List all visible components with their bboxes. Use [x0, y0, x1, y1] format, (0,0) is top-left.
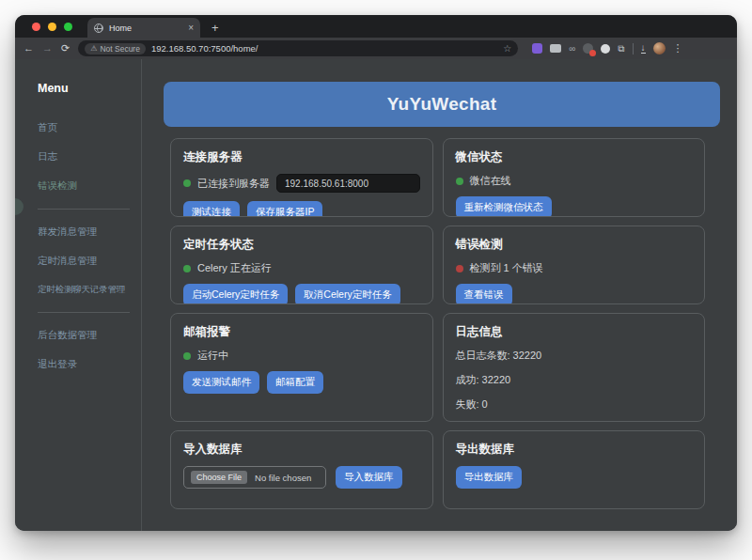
card-server-connection: 连接服务器 已连接到服务器 测试连接 保存服务器IP [170, 138, 433, 217]
toolbar-divider [633, 43, 634, 54]
extension-notification-icon[interactable] [583, 43, 593, 54]
reload-icon[interactable]: ⟳ [61, 43, 70, 54]
sidebar-item-admin[interactable]: 后台数据管理 [38, 329, 141, 342]
notification-badge [589, 50, 596, 56]
status-dot-green [183, 265, 191, 272]
status-dot-green [456, 178, 463, 185]
card-log-info: 日志信息 总日志条数: 32220 成功: 32220 失败: 0 查看日志 清… [443, 313, 706, 422]
export-database-button[interactable]: 导出数据库 [456, 466, 523, 489]
browser-toolbar: ← → ⟳ ⚠ Not Secure 192.168.50.70:7500/ho… [15, 38, 737, 59]
card-title: 日志信息 [456, 324, 693, 340]
sidebar: Menu 首页 日志 错误检测 群发消息管理 定时消息管理 定时检测聊天记录管理… [15, 59, 142, 531]
new-tab-button[interactable]: + [212, 21, 219, 35]
choose-file-button[interactable]: Choose File [191, 471, 247, 484]
cancel-celery-button[interactable]: 取消Celery定时任务 [295, 284, 400, 304]
extension-glasses-icon[interactable]: ∞ [569, 44, 575, 54]
log-total-count: 总日志条数: 32220 [456, 349, 693, 363]
profile-avatar[interactable] [653, 42, 666, 54]
file-chosen-status: No file chosen [255, 473, 311, 483]
sidebar-item-group-message[interactable]: 群发消息管理 [38, 226, 141, 239]
globe-favicon-icon [94, 23, 103, 33]
side-panel-icon[interactable]: ⧉ [618, 44, 624, 54]
status-dot-red [456, 265, 463, 272]
email-config-button[interactable]: 邮箱配置 [267, 371, 323, 394]
card-title: 连接服务器 [183, 149, 420, 165]
forward-icon[interactable]: → [42, 43, 53, 54]
sidebar-item-home[interactable]: 首页 [38, 121, 141, 134]
app-title: YuYuWechat [387, 94, 497, 115]
send-test-email-button[interactable]: 发送测试邮件 [183, 371, 259, 394]
sidebar-divider [38, 312, 130, 313]
file-input[interactable]: Choose File No file chosen [183, 466, 326, 489]
sidebar-item-logs[interactable]: 日志 [38, 150, 141, 163]
card-import-database: 导入数据库 Choose File No file chosen 导入数据库 [170, 430, 433, 509]
main-area: YuYuWechat 连接服务器 已连接到服务器 测试连接 保存服务器IP [142, 59, 737, 531]
wechat-status-text: 微信在线 [470, 174, 511, 188]
save-server-ip-button[interactable]: 保存服务器IP [247, 201, 322, 217]
card-celery-status: 定时任务状态 Celery 正在运行 启动Celery定时任务 取消Celery… [170, 226, 433, 304]
start-celery-button[interactable]: 启动Celery定时任务 [183, 284, 288, 304]
sidebar-active-glow [15, 198, 24, 215]
sidebar-divider [38, 209, 130, 210]
log-failed-count: 失败: 0 [456, 397, 693, 412]
sidebar-item-logout[interactable]: 退出登录 [38, 358, 141, 371]
sidebar-item-scheduled-message[interactable]: 定时消息管理 [38, 255, 141, 268]
card-title: 邮箱报警 [183, 324, 420, 340]
minimize-window-button[interactable] [48, 23, 56, 31]
error-status-text: 检测到 1 个错误 [470, 261, 543, 275]
import-database-button[interactable]: 导入数据库 [336, 466, 402, 489]
extension-mail-icon[interactable] [550, 44, 561, 53]
card-title: 导入数据库 [183, 442, 420, 458]
extension-icons: ∞ ⧉ ↓ ⋮ [532, 42, 682, 54]
log-success-count: 成功: 32220 [456, 373, 693, 387]
card-title: 导出数据库 [456, 442, 693, 458]
page-content: Menu 首页 日志 错误检测 群发消息管理 定时消息管理 定时检测聊天记录管理… [15, 59, 737, 531]
browser-window: Home × + ← → ⟳ ⚠ Not Secure 192.168.50.7… [15, 15, 737, 531]
bookmark-star-icon[interactable]: ☆ [503, 43, 511, 54]
sidebar-item-chat-record[interactable]: 定时检测聊天记录管理 [38, 284, 141, 296]
status-dot-green [183, 179, 191, 187]
view-errors-button[interactable]: 查看错误 [456, 284, 512, 304]
test-connection-button[interactable]: 测试连接 [183, 201, 240, 217]
security-chip[interactable]: ⚠ Not Secure [85, 43, 146, 54]
email-status-text: 运行中 [197, 349, 228, 363]
card-wechat-status: 微信状态 微信在线 重新检测微信状态 [443, 138, 706, 217]
card-error-detection: 错误检测 检测到 1 个错误 查看错误 [443, 226, 706, 304]
app-banner: YuYuWechat [164, 82, 720, 127]
address-bar[interactable]: ⚠ Not Secure 192.168.50.70:7500/home/ ☆ [78, 40, 518, 56]
warning-icon: ⚠ [90, 44, 97, 53]
tab-close-icon[interactable]: × [188, 23, 194, 33]
celery-status-text: Celery 正在运行 [197, 261, 272, 275]
extension-purple-icon[interactable] [532, 43, 542, 54]
card-email-alert: 邮箱报警 运行中 发送测试邮件 邮箱配置 [170, 313, 433, 422]
back-icon[interactable]: ← [24, 43, 34, 54]
tab-strip: Home × + [15, 15, 737, 38]
security-label: Not Secure [100, 44, 140, 54]
card-export-database: 导出数据库 导出数据库 [443, 430, 706, 509]
browser-tab-home[interactable]: Home × [87, 18, 200, 38]
browser-menu-icon[interactable]: ⋮ [673, 43, 683, 54]
window-controls [32, 15, 72, 38]
recheck-wechat-button[interactable]: 重新检测微信状态 [456, 196, 552, 217]
sidebar-item-error-detect[interactable]: 错误检测 [38, 179, 141, 193]
card-title: 错误检测 [456, 237, 693, 253]
close-window-button[interactable] [32, 23, 40, 31]
card-title: 定时任务状态 [183, 237, 420, 253]
zoom-window-button[interactable] [64, 23, 72, 31]
url-text[interactable]: 192.168.50.70:7500/home/ [151, 43, 497, 54]
tab-title: Home [109, 23, 182, 33]
card-grid: 连接服务器 已连接到服务器 测试连接 保存服务器IP 微信状态 [170, 138, 705, 509]
downloads-icon[interactable]: ↓ [641, 43, 646, 54]
sidebar-header: Menu [38, 82, 141, 95]
status-dot-green [183, 352, 191, 360]
card-title: 微信状态 [456, 149, 693, 165]
extension-round-icon[interactable] [601, 44, 610, 54]
server-status-text: 已连接到服务器 [197, 177, 270, 191]
server-ip-input[interactable] [276, 174, 420, 193]
